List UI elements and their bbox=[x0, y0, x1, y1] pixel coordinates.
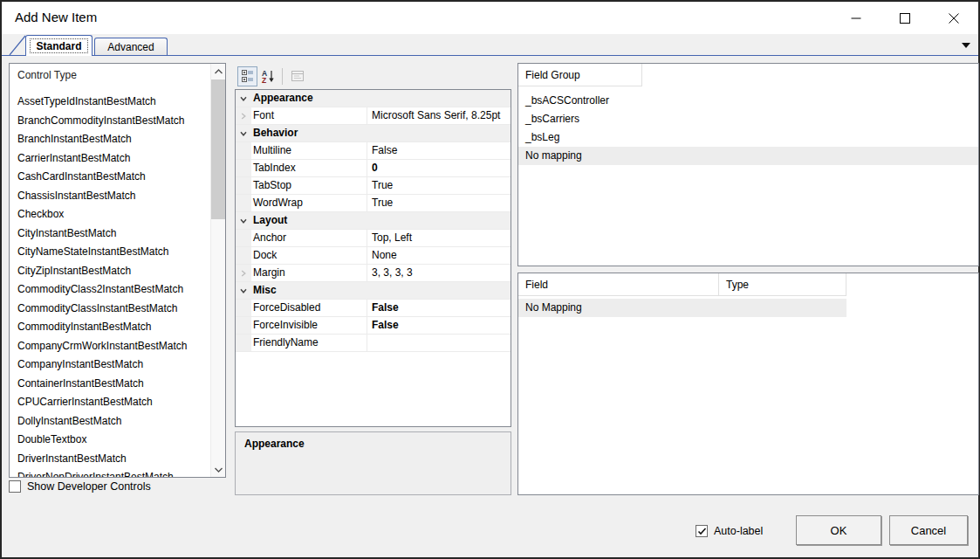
property-value[interactable]: Microsoft Sans Serif, 8.25pt bbox=[367, 107, 511, 124]
property-row[interactable]: AnchorTop, Left bbox=[236, 230, 511, 247]
minimize-icon bbox=[851, 13, 861, 24]
property-description-pane: Appearance bbox=[235, 431, 511, 495]
scrollbar-thumb[interactable] bbox=[211, 79, 225, 219]
tab-strip: Standard Advanced bbox=[2, 34, 978, 56]
property-value[interactable]: 0 bbox=[367, 160, 511, 176]
titlebar[interactable]: Add New Item bbox=[2, 2, 978, 34]
auto-label-checkbox[interactable] bbox=[696, 525, 708, 537]
property-value[interactable]: True bbox=[367, 195, 511, 211]
control-type-item[interactable]: CarrierInstantBestMatch bbox=[10, 149, 210, 169]
control-type-item[interactable]: AssetTypeIdInstantBestMatch bbox=[10, 93, 210, 112]
category-collapse-icon[interactable] bbox=[236, 90, 251, 107]
property-value[interactable]: None bbox=[367, 247, 511, 264]
control-type-item[interactable]: ContainerInstantBestMatch bbox=[10, 375, 210, 394]
maximize-button[interactable] bbox=[881, 2, 929, 34]
property-value[interactable] bbox=[367, 335, 511, 351]
control-type-item[interactable]: CityNameStateInstantBestMatch bbox=[10, 243, 210, 262]
field-group-item[interactable]: _bsCarriers bbox=[518, 110, 978, 128]
svg-text:Z: Z bbox=[262, 76, 266, 84]
scroll-down-arrow-icon[interactable] bbox=[211, 462, 225, 477]
property-name: Dock bbox=[251, 247, 367, 264]
categorized-icon bbox=[241, 69, 255, 83]
property-row[interactable]: ForceInvisibleFalse bbox=[236, 317, 511, 335]
property-row[interactable]: Margin3, 3, 3, 3 bbox=[236, 265, 511, 282]
property-row[interactable]: ForceDisabledFalse bbox=[236, 300, 511, 317]
property-value[interactable]: False bbox=[367, 317, 511, 334]
control-type-item[interactable]: CommodityClassInstantBestMatch bbox=[10, 300, 210, 319]
category-collapse-icon[interactable] bbox=[236, 125, 251, 141]
property-value[interactable]: False bbox=[367, 300, 511, 316]
scroll-up-arrow-icon[interactable] bbox=[211, 64, 225, 79]
property-value[interactable]: 3, 3, 3, 3 bbox=[367, 265, 511, 281]
property-name: Misc bbox=[251, 282, 511, 299]
field-group-item[interactable]: _bsLeg bbox=[518, 128, 978, 147]
control-type-item[interactable]: Checkbox bbox=[10, 205, 210, 224]
property-expand-icon[interactable] bbox=[236, 107, 251, 124]
field-group-item[interactable]: _bsACSController bbox=[518, 92, 978, 110]
property-pages-icon bbox=[291, 69, 305, 83]
property-name: Behavior bbox=[251, 125, 511, 141]
alphabetical-sort-button[interactable]: A Z bbox=[257, 66, 278, 86]
control-type-item[interactable]: DriverInstantBestMatch bbox=[10, 450, 210, 469]
property-category-row[interactable]: Misc bbox=[236, 282, 511, 300]
field-group-column-header[interactable]: Field Group bbox=[518, 64, 642, 86]
field-column-header[interactable]: Field bbox=[518, 273, 719, 296]
category-collapse-icon[interactable] bbox=[236, 282, 251, 299]
control-type-item[interactable]: BranchInstantBestMatch bbox=[10, 130, 210, 149]
property-pages-button bbox=[287, 66, 307, 86]
property-expand-icon[interactable] bbox=[236, 265, 251, 281]
tab-advanced-label: Advanced bbox=[107, 41, 154, 53]
control-list-scrollbar[interactable] bbox=[210, 64, 225, 477]
tab-overflow-arrow-icon[interactable] bbox=[962, 43, 970, 48]
control-type-item[interactable]: CompanyCrmWorkInstantBestMatch bbox=[10, 337, 210, 356]
property-row[interactable]: TabIndex0 bbox=[236, 160, 511, 177]
control-type-item[interactable]: CommodityInstantBestMatch bbox=[10, 318, 210, 337]
property-category-row[interactable]: Behavior bbox=[236, 125, 511, 142]
minimize-button[interactable] bbox=[832, 2, 881, 34]
field-group-item[interactable]: No mapping bbox=[518, 147, 978, 165]
property-indent bbox=[236, 195, 251, 211]
tab-advanced[interactable]: Advanced bbox=[94, 38, 168, 55]
property-row[interactable]: FriendlyName bbox=[236, 335, 511, 352]
property-value[interactable]: False bbox=[367, 142, 511, 159]
control-type-item[interactable]: ChassisInstantBestMatch bbox=[10, 187, 210, 206]
close-button[interactable] bbox=[929, 2, 978, 34]
show-developer-controls-label: Show Developer Controls bbox=[27, 480, 151, 493]
control-type-item[interactable]: CityInstantBestMatch bbox=[10, 224, 210, 244]
control-type-item[interactable]: CityZipInstantBestMatch bbox=[10, 262, 210, 281]
maximize-icon bbox=[900, 13, 910, 24]
property-name: TabIndex bbox=[251, 160, 367, 176]
property-value[interactable]: True bbox=[367, 177, 511, 194]
property-name: FriendlyName bbox=[251, 335, 367, 351]
property-value[interactable]: Top, Left bbox=[367, 230, 511, 246]
control-type-item[interactable]: CPUCarrierInstantBestMatch bbox=[10, 393, 210, 412]
ok-button[interactable]: OK bbox=[796, 515, 881, 545]
field-table-rows: No Mapping bbox=[518, 296, 978, 317]
cancel-button[interactable]: Cancel bbox=[889, 515, 968, 545]
property-name: WordWrap bbox=[251, 195, 367, 211]
property-indent bbox=[236, 160, 251, 176]
property-row[interactable]: FontMicrosoft Sans Serif, 8.25pt bbox=[236, 107, 511, 125]
categorized-button[interactable] bbox=[237, 66, 257, 86]
property-row[interactable]: MultilineFalse bbox=[236, 142, 511, 160]
show-developer-controls-checkbox[interactable] bbox=[9, 480, 21, 493]
control-type-item[interactable]: DoubleTextbox bbox=[10, 431, 210, 450]
add-new-item-dialog: Add New Item bbox=[0, 0, 980, 559]
control-type-item[interactable]: CommodityClass2InstantBestMatch bbox=[10, 280, 210, 300]
property-name: Appearance bbox=[251, 90, 511, 107]
type-column-header[interactable]: Type bbox=[719, 273, 846, 296]
control-type-item[interactable]: CashCardInstantBestMatch bbox=[10, 168, 210, 187]
control-type-item[interactable]: DriverNonDriverInstantBestMatch bbox=[10, 468, 210, 478]
control-type-item[interactable]: DollyInstantBestMatch bbox=[10, 412, 210, 431]
property-row[interactable]: TabStopTrue bbox=[236, 177, 511, 195]
property-row[interactable]: DockNone bbox=[236, 247, 511, 265]
property-category-row[interactable]: Layout bbox=[236, 212, 511, 230]
tab-standard[interactable]: Standard bbox=[25, 35, 93, 56]
control-type-item[interactable]: BranchCommodityInstantBestMatch bbox=[10, 112, 210, 131]
field-table-row[interactable]: No Mapping bbox=[518, 299, 846, 317]
property-category-row[interactable]: Appearance bbox=[236, 90, 511, 107]
property-row[interactable]: WordWrapTrue bbox=[236, 195, 511, 212]
control-type-item[interactable]: CompanyInstantBestMatch bbox=[10, 355, 210, 375]
category-collapse-icon[interactable] bbox=[236, 212, 251, 229]
property-grid: AppearanceFontMicrosoft Sans Serif, 8.25… bbox=[235, 89, 511, 427]
